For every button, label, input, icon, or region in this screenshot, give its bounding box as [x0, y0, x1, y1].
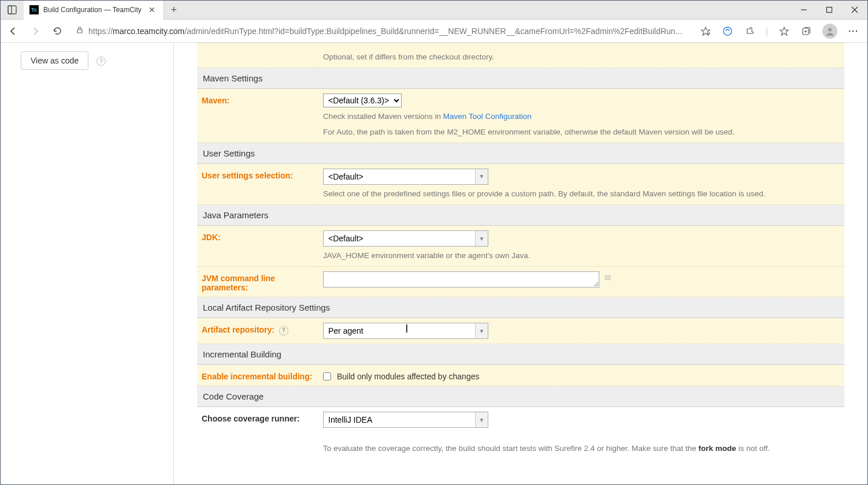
- reload-button[interactable]: [49, 23, 65, 39]
- user-settings-input[interactable]: [323, 169, 488, 185]
- maven-version-select[interactable]: <Default (3.6.3)>: [323, 94, 402, 107]
- section-incremental: Incremental Building: [197, 344, 844, 365]
- artifact-repo-select[interactable]: ▼ I: [323, 323, 488, 339]
- svg-rect-0: [8, 6, 16, 14]
- maven-label: Maven:: [197, 89, 318, 143]
- user-settings-help: Select one of the predefined settings fi…: [323, 188, 840, 200]
- more-menu-icon[interactable]: ···: [848, 25, 859, 37]
- jvm-params-textarea[interactable]: [323, 271, 599, 288]
- svg-rect-1: [8, 6, 12, 14]
- chevron-down-icon[interactable]: ▼: [475, 412, 488, 427]
- left-sidebar: View as code ?: [1, 43, 174, 484]
- maven-help-1: Check installed Maven versions in Maven …: [323, 111, 840, 122]
- back-button[interactable]: [5, 23, 21, 39]
- coverage-runner-label: Choose coverage runner:: [197, 407, 318, 433]
- jdk-label: JDK:: [197, 226, 318, 267]
- expand-textarea-icon[interactable]: [604, 274, 611, 283]
- maven-help-2: For Auto, the path is taken from the M2_…: [323, 126, 840, 138]
- main-panel: Optional, set if differs from the checko…: [174, 43, 867, 484]
- section-local-artifact: Local Artifact Repository Settings: [197, 297, 844, 318]
- checkout-help-text: Optional, set if differs from the checko…: [323, 51, 840, 63]
- browser-titlebar: Tc Build Configuration — TeamCity ✕ +: [1, 1, 867, 20]
- coverage-runner-select[interactable]: ▼: [323, 412, 488, 428]
- artifact-repo-label: Artifact repository: ?: [197, 318, 318, 344]
- coverage-note: To evaluate the coverage correctly, the …: [323, 443, 840, 455]
- coverage-runner-input[interactable]: [323, 412, 488, 428]
- chevron-down-icon[interactable]: ▼: [475, 169, 488, 184]
- url-text: https://marco.teamcity.com/admin/editRun…: [88, 27, 682, 36]
- forward-button[interactable]: [27, 23, 43, 39]
- help-icon[interactable]: ?: [279, 326, 288, 335]
- maven-tool-config-link[interactable]: Maven Tool Configuration: [443, 112, 532, 121]
- chevron-down-icon[interactable]: ▼: [475, 323, 488, 338]
- svg-point-9: [724, 27, 732, 35]
- new-tab-button[interactable]: +: [164, 4, 184, 16]
- incremental-checkbox-label: Build only modules affected by changes: [337, 372, 479, 381]
- section-maven-settings: Maven Settings: [197, 68, 844, 89]
- favorite-collection-icon[interactable]: [700, 25, 711, 37]
- profile-avatar[interactable]: [822, 24, 837, 39]
- section-code-coverage: Code Coverage: [197, 386, 844, 407]
- help-icon[interactable]: ?: [97, 57, 106, 66]
- jvm-params-label: JVM command line parameters:: [197, 267, 318, 297]
- extensions-icon[interactable]: [744, 25, 755, 37]
- incremental-label: Enable incremental building:: [197, 365, 318, 386]
- browser-tab-active[interactable]: Tc Build Configuration — TeamCity ✕: [24, 1, 164, 20]
- section-java-parameters: Java Parameters: [197, 205, 844, 226]
- url-box[interactable]: https://marco.teamcity.com/admin/editRun…: [71, 23, 694, 40]
- jdk-help: JAVA_HOME environment variable or the ag…: [323, 250, 840, 262]
- close-window-button[interactable]: [842, 1, 867, 20]
- svg-rect-6: [77, 29, 82, 33]
- collections-icon[interactable]: [800, 25, 812, 37]
- chevron-down-icon[interactable]: ▼: [475, 231, 488, 246]
- user-settings-label: User settings selection:: [197, 163, 318, 204]
- browser-addressbar: https://marco.teamcity.com/admin/editRun…: [1, 20, 867, 43]
- view-as-code-button[interactable]: View as code: [21, 51, 88, 70]
- edge-circle-icon[interactable]: [722, 25, 733, 37]
- svg-point-13: [828, 28, 832, 31]
- tabs-overview-button[interactable]: [1, 1, 24, 20]
- svg-rect-3: [827, 8, 832, 13]
- tab-title: Build Configuration — TeamCity: [43, 6, 142, 14]
- maximize-button[interactable]: [817, 1, 842, 20]
- user-settings-select[interactable]: ▼: [323, 169, 488, 185]
- close-tab-icon[interactable]: ✕: [146, 5, 158, 14]
- incremental-checkbox[interactable]: [323, 372, 331, 380]
- favorites-icon[interactable]: [778, 25, 790, 37]
- artifact-repo-input[interactable]: [323, 323, 488, 339]
- minimize-button[interactable]: [791, 1, 817, 20]
- lock-icon: [76, 26, 84, 36]
- jdk-select[interactable]: ▼: [323, 230, 488, 247]
- teamcity-favicon: Tc: [29, 5, 39, 14]
- section-user-settings: User Settings: [197, 143, 844, 163]
- window-controls: [791, 1, 867, 20]
- jdk-input[interactable]: [323, 230, 488, 247]
